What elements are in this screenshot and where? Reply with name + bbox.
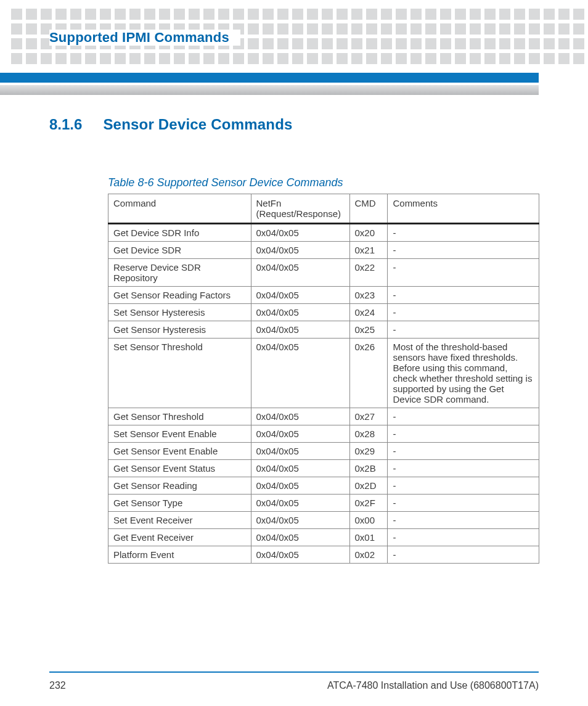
table-row: Platform Event0x04/0x050x02- [108,546,539,564]
cell-cmd: 0x01 [349,529,388,546]
cell-command: Get Sensor Hysteresis [108,321,251,339]
cell-command: Get Sensor Event Enable [108,443,251,460]
cell-cmd: 0x20 [349,224,388,242]
section-number: 8.1.6 [49,116,82,133]
cell-netfn: 0x04/0x05 [251,242,349,259]
cell-command: Get Device SDR Info [108,224,251,242]
th-cmd: CMD [349,194,388,224]
cell-netfn: 0x04/0x05 [251,425,349,443]
cell-cmd: 0x26 [349,339,388,408]
cell-cmd: 0x02 [349,546,388,564]
cell-netfn: 0x04/0x05 [251,224,349,242]
cell-comments: - [388,512,539,529]
cell-command: Get Device SDR [108,242,251,259]
cell-netfn: 0x04/0x05 [251,304,349,321]
cell-comments: - [388,321,539,339]
header-grey-bar [0,85,539,95]
cell-command: Reserve Device SDR Repository [108,259,251,287]
table-row: Reserve Device SDR Repository0x04/0x050x… [108,259,539,287]
cell-comments: - [388,224,539,242]
doc-reference: ATCA-7480 Installation and Use (6806800T… [327,680,539,691]
cell-cmd: 0x2B [349,460,388,477]
section-heading: 8.1.6 Sensor Device Commands [49,116,293,133]
cell-cmd: 0x23 [349,287,388,304]
section-title: Sensor Device Commands [103,116,292,133]
cell-command: Get Event Receiver [108,529,251,546]
th-comments: Comments [388,194,539,224]
table-row: Get Sensor Reading Factors0x04/0x050x23- [108,287,539,304]
cell-comments: - [388,259,539,287]
cell-netfn: 0x04/0x05 [251,443,349,460]
cell-cmd: 0x25 [349,321,388,339]
cell-comments: - [388,304,539,321]
cell-cmd: 0x24 [349,304,388,321]
th-netfn: NetFn (Request/Response) [251,194,349,224]
cell-netfn: 0x04/0x05 [251,339,349,408]
cell-netfn: 0x04/0x05 [251,477,349,495]
cell-netfn: 0x04/0x05 [251,460,349,477]
table-row: Get Sensor Event Status0x04/0x050x2B- [108,460,539,477]
header-blue-bar [0,73,539,83]
table-header-row: Command NetFn (Request/Response) CMD Com… [108,194,539,224]
cell-cmd: 0x2F [349,495,388,512]
table-row: Set Event Receiver0x04/0x050x00- [108,512,539,529]
cell-comments: - [388,477,539,495]
cell-command: Set Sensor Event Enable [108,425,251,443]
cell-cmd: 0x28 [349,425,388,443]
cell-netfn: 0x04/0x05 [251,259,349,287]
cell-netfn: 0x04/0x05 [251,287,349,304]
cell-comments: - [388,495,539,512]
cell-comments: - [388,242,539,259]
cell-comments: - [388,425,539,443]
cell-command: Get Sensor Type [108,495,251,512]
cell-cmd: 0x29 [349,443,388,460]
cell-netfn: 0x04/0x05 [251,321,349,339]
table-row: Set Sensor Hysteresis0x04/0x050x24- [108,304,539,321]
page-footer: 232 ATCA-7480 Installation and Use (6806… [49,680,539,691]
table-row: Get Sensor Event Enable0x04/0x050x29- [108,443,539,460]
table-row: Get Sensor Reading0x04/0x050x2D- [108,477,539,495]
cell-comments: - [388,408,539,425]
cell-comments: - [388,287,539,304]
table-row: Get Sensor Hysteresis0x04/0x050x25- [108,321,539,339]
cell-command: Get Sensor Event Status [108,460,251,477]
cell-command: Get Sensor Reading Factors [108,287,251,304]
cell-command: Get Sensor Threshold [108,408,251,425]
cell-command: Platform Event [108,546,251,564]
cell-command: Get Sensor Reading [108,477,251,495]
footer-rule [49,671,539,673]
table-row: Set Sensor Event Enable0x04/0x050x28- [108,425,539,443]
cell-command: Set Sensor Threshold [108,339,251,408]
cell-netfn: 0x04/0x05 [251,408,349,425]
page-number: 232 [49,680,66,691]
cell-cmd: 0x00 [349,512,388,529]
table-caption: Table 8-6 Supported Sensor Device Comman… [108,176,343,189]
table-row: Get Device SDR0x04/0x050x21- [108,242,539,259]
cell-comments: - [388,546,539,564]
cell-cmd: 0x21 [349,242,388,259]
table-row: Set Sensor Threshold0x04/0x050x26Most of… [108,339,539,408]
cell-netfn: 0x04/0x05 [251,512,349,529]
cell-netfn: 0x04/0x05 [251,529,349,546]
page-header-title: Supported IPMI Commands [49,30,240,46]
table-row: Get Device SDR Info0x04/0x050x20- [108,224,539,242]
table-row: Get Sensor Threshold0x04/0x050x27- [108,408,539,425]
cell-comments: Most of the threshold-based sensors have… [388,339,539,408]
cell-cmd: 0x27 [349,408,388,425]
cell-comments: - [388,460,539,477]
cell-cmd: 0x2D [349,477,388,495]
cell-command: Set Sensor Hysteresis [108,304,251,321]
table-row: Get Event Receiver0x04/0x050x01- [108,529,539,546]
cell-cmd: 0x22 [349,259,388,287]
cell-comments: - [388,443,539,460]
table-row: Get Sensor Type0x04/0x050x2F- [108,495,539,512]
cell-comments: - [388,529,539,546]
th-command: Command [108,194,251,224]
commands-table: Command NetFn (Request/Response) CMD Com… [108,194,539,564]
cell-netfn: 0x04/0x05 [251,546,349,564]
cell-command: Set Event Receiver [108,512,251,529]
cell-netfn: 0x04/0x05 [251,495,349,512]
